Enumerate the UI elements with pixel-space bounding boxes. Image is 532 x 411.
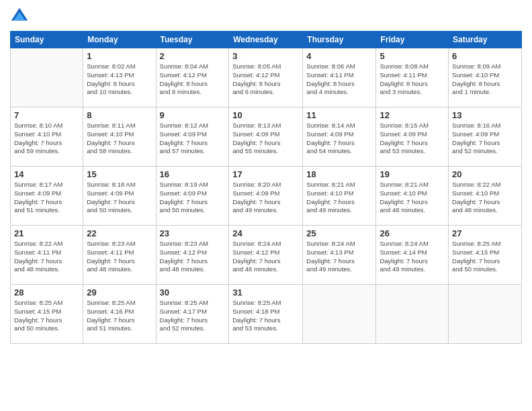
calendar-cell: 26Sunrise: 8:24 AMSunset: 4:14 PMDayligh… xyxy=(376,226,449,285)
calendar-cell: 20Sunrise: 8:22 AMSunset: 4:10 PMDayligh… xyxy=(449,167,522,226)
column-header-saturday: Saturday xyxy=(449,32,522,48)
calendar-cell: 6Sunrise: 8:09 AMSunset: 4:10 PMDaylight… xyxy=(449,48,522,107)
calendar-cell: 14Sunrise: 8:17 AMSunset: 4:09 PMDayligh… xyxy=(11,167,83,226)
column-header-sunday: Sunday xyxy=(11,32,83,48)
day-number: 12 xyxy=(380,110,445,120)
day-number: 8 xyxy=(87,110,152,120)
column-header-tuesday: Tuesday xyxy=(156,32,229,48)
day-number: 7 xyxy=(14,110,79,120)
day-info: Sunrise: 8:14 AMSunset: 4:09 PMDaylight:… xyxy=(306,122,372,156)
calendar-cell: 1Sunrise: 8:02 AMSunset: 4:13 PMDaylight… xyxy=(83,48,156,107)
day-info: Sunrise: 8:24 AMSunset: 4:14 PMDaylight:… xyxy=(380,240,445,274)
header xyxy=(10,7,522,26)
day-number: 1 xyxy=(87,51,152,61)
column-header-friday: Friday xyxy=(376,32,449,48)
day-info: Sunrise: 8:15 AMSunset: 4:09 PMDaylight:… xyxy=(380,122,445,156)
calendar-header-row: SundayMondayTuesdayWednesdayThursdayFrid… xyxy=(11,32,522,48)
day-info: Sunrise: 8:22 AMSunset: 4:10 PMDaylight:… xyxy=(452,181,518,215)
day-number: 18 xyxy=(306,169,372,179)
column-header-thursday: Thursday xyxy=(303,32,376,48)
day-info: Sunrise: 8:18 AMSunset: 4:09 PMDaylight:… xyxy=(87,181,152,215)
calendar-cell: 28Sunrise: 8:25 AMSunset: 4:15 PMDayligh… xyxy=(11,285,83,344)
day-number: 6 xyxy=(452,51,518,61)
calendar-cell xyxy=(303,285,376,344)
calendar-cell xyxy=(11,48,83,107)
day-number: 19 xyxy=(380,169,445,179)
day-info: Sunrise: 8:16 AMSunset: 4:09 PMDaylight:… xyxy=(452,122,518,156)
day-number: 21 xyxy=(14,228,79,238)
day-number: 22 xyxy=(87,228,152,238)
calendar-cell: 31Sunrise: 8:25 AMSunset: 4:18 PMDayligh… xyxy=(229,285,303,344)
calendar-cell: 24Sunrise: 8:24 AMSunset: 4:12 PMDayligh… xyxy=(229,226,303,285)
day-info: Sunrise: 8:12 AMSunset: 4:09 PMDaylight:… xyxy=(160,122,226,156)
calendar-cell: 10Sunrise: 8:13 AMSunset: 4:09 PMDayligh… xyxy=(229,107,303,167)
day-info: Sunrise: 8:11 AMSunset: 4:10 PMDaylight:… xyxy=(87,122,152,156)
day-info: Sunrise: 8:19 AMSunset: 4:09 PMDaylight:… xyxy=(160,181,226,215)
column-header-wednesday: Wednesday xyxy=(229,32,303,48)
day-number: 31 xyxy=(232,287,299,298)
page-container: SundayMondayTuesdayWednesdayThursdayFrid… xyxy=(0,0,532,411)
day-info: Sunrise: 8:24 AMSunset: 4:13 PMDaylight:… xyxy=(306,240,372,274)
calendar-cell: 11Sunrise: 8:14 AMSunset: 4:09 PMDayligh… xyxy=(303,107,376,167)
day-info: Sunrise: 8:09 AMSunset: 4:10 PMDaylight:… xyxy=(452,62,518,97)
day-number: 16 xyxy=(160,169,226,179)
day-number: 20 xyxy=(452,169,518,179)
calendar-cell: 23Sunrise: 8:23 AMSunset: 4:12 PMDayligh… xyxy=(156,226,229,285)
day-info: Sunrise: 8:02 AMSunset: 4:13 PMDaylight:… xyxy=(87,62,152,97)
calendar-cell: 17Sunrise: 8:20 AMSunset: 4:09 PMDayligh… xyxy=(229,167,303,226)
day-info: Sunrise: 8:25 AMSunset: 4:17 PMDaylight:… xyxy=(160,299,226,333)
day-number: 11 xyxy=(306,110,372,120)
day-info: Sunrise: 8:25 AMSunset: 4:16 PMDaylight:… xyxy=(87,299,152,333)
calendar-cell: 2Sunrise: 8:04 AMSunset: 4:12 PMDaylight… xyxy=(156,48,229,107)
day-info: Sunrise: 8:08 AMSunset: 4:11 PMDaylight:… xyxy=(380,62,445,97)
calendar-week-4: 21Sunrise: 8:22 AMSunset: 4:11 PMDayligh… xyxy=(11,226,522,285)
day-info: Sunrise: 8:23 AMSunset: 4:12 PMDaylight:… xyxy=(160,240,226,274)
calendar-week-3: 14Sunrise: 8:17 AMSunset: 4:09 PMDayligh… xyxy=(11,167,522,226)
day-number: 28 xyxy=(14,287,79,298)
day-number: 5 xyxy=(380,51,445,61)
calendar-cell: 22Sunrise: 8:23 AMSunset: 4:11 PMDayligh… xyxy=(83,226,156,285)
day-info: Sunrise: 8:24 AMSunset: 4:12 PMDaylight:… xyxy=(232,240,299,274)
calendar-cell: 15Sunrise: 8:18 AMSunset: 4:09 PMDayligh… xyxy=(83,167,156,226)
calendar-cell: 8Sunrise: 8:11 AMSunset: 4:10 PMDaylight… xyxy=(83,107,156,167)
day-number: 30 xyxy=(160,287,226,298)
day-number: 29 xyxy=(87,287,152,298)
day-number: 4 xyxy=(306,51,372,61)
column-header-monday: Monday xyxy=(83,32,156,48)
day-number: 14 xyxy=(14,169,79,179)
day-number: 10 xyxy=(232,110,299,120)
calendar-cell: 9Sunrise: 8:12 AMSunset: 4:09 PMDaylight… xyxy=(156,107,229,167)
day-info: Sunrise: 8:20 AMSunset: 4:09 PMDaylight:… xyxy=(232,181,299,215)
calendar-cell xyxy=(449,285,522,344)
calendar-table: SundayMondayTuesdayWednesdayThursdayFrid… xyxy=(10,31,522,344)
day-info: Sunrise: 8:22 AMSunset: 4:11 PMDaylight:… xyxy=(14,240,79,274)
day-number: 23 xyxy=(160,228,226,238)
calendar-cell: 4Sunrise: 8:06 AMSunset: 4:11 PMDaylight… xyxy=(303,48,376,107)
day-number: 13 xyxy=(452,110,518,120)
day-number: 27 xyxy=(452,228,518,238)
day-info: Sunrise: 8:25 AMSunset: 4:18 PMDaylight:… xyxy=(232,299,299,333)
day-info: Sunrise: 8:25 AMSunset: 4:15 PMDaylight:… xyxy=(14,299,79,333)
calendar-cell: 3Sunrise: 8:05 AMSunset: 4:12 PMDaylight… xyxy=(229,48,303,107)
calendar-cell: 21Sunrise: 8:22 AMSunset: 4:11 PMDayligh… xyxy=(11,226,83,285)
calendar-cell: 29Sunrise: 8:25 AMSunset: 4:16 PMDayligh… xyxy=(83,285,156,344)
day-info: Sunrise: 8:13 AMSunset: 4:09 PMDaylight:… xyxy=(232,122,299,156)
day-number: 24 xyxy=(232,228,299,238)
day-info: Sunrise: 8:10 AMSunset: 4:10 PMDaylight:… xyxy=(14,122,79,156)
calendar-cell xyxy=(376,285,449,344)
calendar-week-2: 7Sunrise: 8:10 AMSunset: 4:10 PMDaylight… xyxy=(11,107,522,167)
day-number: 2 xyxy=(160,51,226,61)
day-number: 15 xyxy=(87,169,152,179)
calendar-cell: 13Sunrise: 8:16 AMSunset: 4:09 PMDayligh… xyxy=(449,107,522,167)
calendar-cell: 30Sunrise: 8:25 AMSunset: 4:17 PMDayligh… xyxy=(156,285,229,344)
day-number: 3 xyxy=(232,51,299,61)
calendar-cell: 5Sunrise: 8:08 AMSunset: 4:11 PMDaylight… xyxy=(376,48,449,107)
day-number: 17 xyxy=(232,169,299,179)
calendar-cell: 27Sunrise: 8:25 AMSunset: 4:15 PMDayligh… xyxy=(449,226,522,285)
calendar-cell: 7Sunrise: 8:10 AMSunset: 4:10 PMDaylight… xyxy=(11,107,83,167)
day-info: Sunrise: 8:17 AMSunset: 4:09 PMDaylight:… xyxy=(14,181,79,215)
day-number: 9 xyxy=(160,110,226,120)
day-info: Sunrise: 8:23 AMSunset: 4:11 PMDaylight:… xyxy=(87,240,152,274)
day-number: 25 xyxy=(306,228,372,238)
day-info: Sunrise: 8:05 AMSunset: 4:12 PMDaylight:… xyxy=(232,62,299,97)
